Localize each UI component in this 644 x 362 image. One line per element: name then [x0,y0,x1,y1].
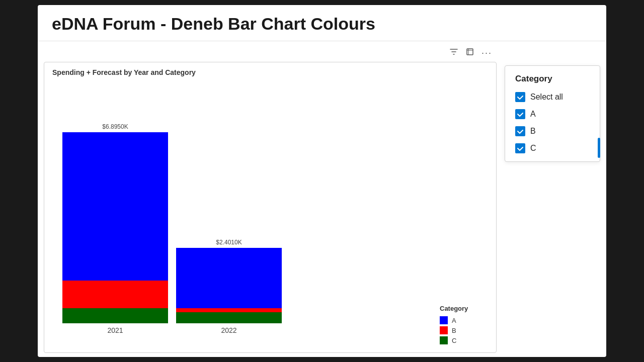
bar-group-2021: $6.8950K 2021 [62,123,168,334]
bar-label-top-2021: $6.8950K [102,123,128,130]
filter-label-select-all: Select all [530,93,563,102]
page-title: eDNA Forum - Deneb Bar Chart Colours [52,14,375,33]
filter-button[interactable] [447,45,461,61]
content-area: ··· Spending + Forecast by Year and Cate… [38,41,606,357]
legend-color-C [440,336,448,344]
more-button[interactable]: ··· [479,45,495,61]
legend-item-A: A [440,316,476,324]
legend-label-B: B [452,327,456,334]
legend-color-A [440,316,448,324]
checkbox-select-all[interactable] [515,92,525,102]
bar-segment-2022-C [176,312,282,323]
checkbox-B[interactable] [515,126,525,136]
filter-item-A[interactable]: A [515,109,590,119]
chart-panel: Spending + Forecast by Year and Category… [44,62,497,353]
bars-row: $6.8950K 2021 $2.4010K [52,80,428,346]
bar-segment-2022-A [176,248,282,308]
legend-title: Category [440,305,476,312]
filter-label-C: C [530,144,536,153]
legend-color-B [440,326,448,334]
filter-panel-container: Category Select all A [505,45,600,353]
bar-segment-2021-A [62,132,168,281]
chart-panel-wrapper: ··· Spending + Forecast by Year and Cate… [44,45,497,353]
toolbar-row: ··· [44,45,497,61]
chart-title: Spending + Forecast by Year and Category [52,68,488,76]
filter-label-A: A [530,110,536,119]
filter-panel: Category Select all A [505,65,600,162]
bar-segment-2022-B [176,308,282,312]
page-wrapper: eDNA Forum - Deneb Bar Chart Colours · [38,5,606,357]
legend-area: Category A B C [428,295,488,346]
bar-label-top-2022: $2.4010K [216,239,242,246]
chart-body: $6.8950K 2021 $2.4010K [52,80,488,346]
filter-title: Category [515,74,590,84]
bar-segment-2021-B [62,281,168,308]
filter-item-B[interactable]: B [515,126,590,136]
filter-item-select-all[interactable]: Select all [515,92,590,102]
bar-group-2022: $2.4010K 2022 [176,239,282,334]
title-bar: eDNA Forum - Deneb Bar Chart Colours [38,5,606,41]
bar-stack-2022 [176,248,282,323]
bar-segment-2021-C [62,308,168,323]
filter-item-C[interactable]: C [515,143,590,153]
filter-label-B: B [530,127,536,136]
legend-label-A: A [452,317,456,324]
legend-item-C: C [440,336,476,344]
svg-rect-0 [467,49,473,55]
scrollbar-indicator [598,138,600,158]
chart-area: $6.8950K 2021 $2.4010K [52,80,428,346]
bar-label-bottom-2022: 2022 [221,326,236,334]
bar-label-bottom-2021: 2021 [107,326,123,334]
checkbox-A[interactable] [515,109,525,119]
expand-button[interactable] [463,45,477,61]
legend-item-B: B [440,326,476,334]
checkbox-C[interactable] [515,143,525,153]
bar-stack-2021 [62,132,168,323]
legend-label-C: C [452,337,456,344]
